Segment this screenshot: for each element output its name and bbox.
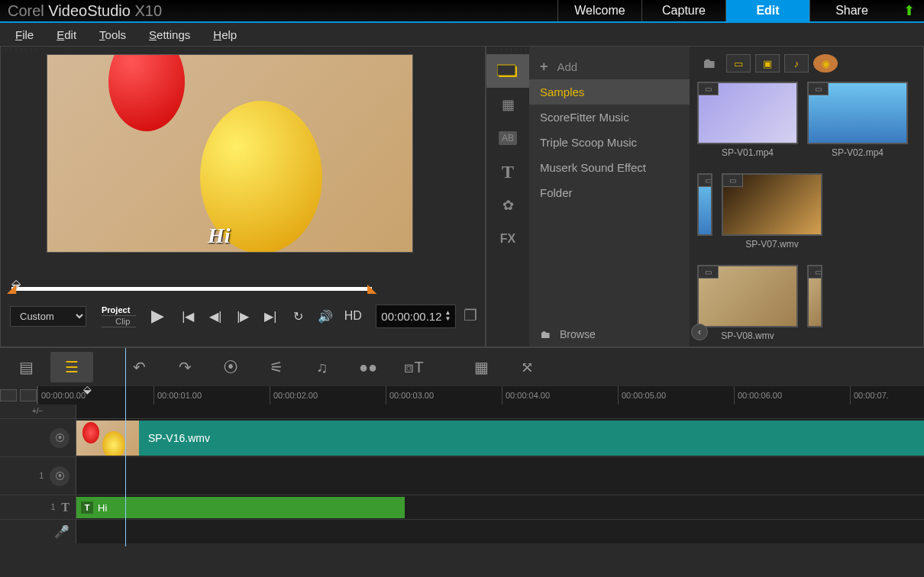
play-button[interactable]: ▶	[142, 304, 173, 328]
menu-tools[interactable]: Tools	[99, 28, 126, 41]
title-track: 1T T Hi	[0, 495, 924, 519]
timecode-field[interactable]: 00:00:00.12 ▲▼	[376, 305, 456, 328]
prev-frame-button[interactable]: ◀|	[203, 304, 228, 328]
volume-button[interactable]: 🔊	[313, 304, 338, 328]
tab-welcome[interactable]: Welcome	[557, 0, 641, 21]
video-badge-icon: ▭	[697, 173, 712, 187]
library-thumbnails: 🖿 ▭ ▣ ♪ ◉ ▭ SP-V01.mp4 ▭ SP-V02.mp4 ▭	[690, 47, 923, 347]
trim-end-icon[interactable]: ◣	[367, 281, 376, 295]
timeline-toolbar: ▤ ☰ ↶ ↷ ⦿ ⚟ ♫ ●● ⧈T ▦ ⤧	[0, 348, 924, 386]
audio-mixer-button[interactable]: ⚟	[255, 352, 298, 382]
library-categories: + Add Samples ScoreFitter Music Triple S…	[529, 47, 690, 347]
speed-button[interactable]: ⤧	[506, 352, 548, 382]
filter-other-icon[interactable]: ◉	[813, 54, 838, 73]
menu-help[interactable]: Help	[213, 28, 237, 41]
timeline-ruler[interactable]: ⬙ 00:00:00.00 00:00:01.00 00:00:02.00 00…	[37, 386, 924, 405]
category-muserk[interactable]: Muserk Sound Effect	[529, 155, 690, 180]
menu-edit[interactable]: Edit	[57, 28, 76, 41]
redo-button[interactable]: ↷	[163, 352, 206, 382]
folder-icon[interactable]: 🖿	[697, 54, 722, 73]
category-triplescoop[interactable]: Triple Scoop Music	[529, 130, 690, 155]
multi-view-button[interactable]: ▦	[460, 352, 502, 382]
transitions-icon[interactable]: ▦	[486, 88, 529, 121]
ruler-tick: 00:00:02.00	[270, 386, 386, 405]
category-folder[interactable]: Folder	[529, 180, 690, 205]
timecode-spinner[interactable]: ▲▼	[445, 310, 451, 322]
timeline-view-button[interactable]: ☰	[50, 352, 93, 382]
ab-icon[interactable]: AB	[486, 121, 529, 155]
preview-overlay-text: Hi	[208, 224, 231, 248]
voice-track: 🎤	[0, 519, 924, 543]
menu-bar: File Edit Tools Settings Help	[0, 23, 924, 46]
preview-controls: ⬙ ◢ ◣ Custom Project Clip ▶ |◀ ◀| |▶ ▶| …	[1, 263, 485, 347]
video-clip[interactable]: SP-V16.wmv	[76, 421, 924, 456]
motion-tracking-button[interactable]: ●●	[347, 352, 389, 382]
ruler-tick: 00:00:01.00	[153, 386, 270, 405]
tab-edit[interactable]: Edit	[725, 0, 809, 21]
browse-icon: 🖿	[540, 328, 551, 340]
thumb-item-partial[interactable]: ▭	[697, 173, 712, 256]
add-category-button[interactable]: + Add	[529, 54, 690, 79]
preview-video[interactable]: Hi	[47, 54, 413, 253]
subtitle-button[interactable]: ⧈T	[393, 352, 435, 382]
trim-start-icon[interactable]: ◢	[7, 281, 16, 295]
thumb-item-partial[interactable]: ▭	[807, 265, 822, 347]
ruler-tick: 00:00:00.00	[37, 386, 153, 405]
loop-button[interactable]: ↻	[286, 304, 310, 328]
balloon-red-graphic	[108, 54, 185, 131]
hd-button[interactable]: HD	[341, 304, 365, 328]
video-track-icon[interactable]: ⦿	[50, 428, 69, 448]
playhead-line[interactable]	[125, 348, 126, 546]
media-library-icon[interactable]	[486, 54, 529, 88]
ruler-tick: 00:00:06.00	[734, 386, 850, 405]
grip-icon[interactable]: : : : : : : :	[491, 47, 528, 54]
graphics-icon[interactable]: ✿	[486, 189, 529, 222]
title-track-icon[interactable]: T	[61, 501, 69, 514]
fx-icon[interactable]: FX	[486, 222, 529, 256]
scrub-bar[interactable]: ⬙ ◢ ◣	[11, 276, 372, 295]
plus-icon: +	[540, 59, 548, 75]
grip-icon[interactable]: : : : : : : :	[1, 47, 485, 54]
timeline-area: ▤ ☰ ↶ ↷ ⦿ ⚟ ♫ ●● ⧈T ▦ ⤧ ⬙ 00:00:00.00 00…	[0, 347, 924, 543]
overlay-track-icon[interactable]: ⦿	[50, 466, 69, 486]
thumb-item[interactable]: ▭ SP-V01.mp4	[697, 82, 798, 164]
title-icon[interactable]: T	[486, 155, 529, 189]
voice-track-icon[interactable]: 🎤	[54, 524, 69, 539]
menu-settings[interactable]: Settings	[149, 28, 190, 41]
preview-mode-select[interactable]: Custom	[10, 306, 86, 327]
thumb-item[interactable]: ▭ SP-V08.wmv	[697, 265, 798, 347]
video-badge-icon: ▭	[807, 82, 829, 95]
storyboard-view-button[interactable]: ▤	[5, 352, 47, 382]
overlay-track: 1⦿	[0, 456, 924, 495]
video-track: ⦿ SP-V16.wmv	[0, 418, 924, 456]
filter-audio-icon[interactable]: ♪	[784, 54, 809, 73]
auto-music-button[interactable]: ♫	[301, 352, 344, 382]
project-clip-toggle[interactable]: Project Clip	[102, 305, 136, 327]
filter-image-icon[interactable]: ▣	[755, 54, 780, 73]
category-samples[interactable]: Samples	[529, 79, 690, 105]
home-button[interactable]: |◀	[176, 304, 200, 328]
scroll-left-button[interactable]: ‹	[691, 324, 708, 340]
ruler-tick: 00:00:05.00	[618, 386, 734, 405]
thumb-item[interactable]: ▭ SP-V07.wmv	[722, 173, 822, 256]
mini-icon[interactable]	[0, 389, 17, 401]
undo-button[interactable]: ↶	[118, 352, 160, 382]
category-scorefitter[interactable]: ScoreFitter Music	[529, 105, 690, 130]
record-button[interactable]: ⦿	[209, 352, 252, 382]
mini-icon[interactable]	[20, 389, 37, 401]
tab-share[interactable]: Share	[809, 0, 893, 21]
menu-file[interactable]: File	[15, 28, 34, 41]
end-button[interactable]: ▶|	[258, 304, 283, 328]
zoom-controls[interactable]: +/−	[0, 405, 76, 418]
title-bar: Corel VideoStudio X10 Welcome Capture Ed…	[0, 0, 924, 23]
preview-pane: : : : : : : : Hi [ ] ✂ ❐ ⬙ ◢ ◣ Custom	[0, 46, 486, 347]
filter-video-icon[interactable]: ▭	[726, 54, 751, 73]
upload-icon[interactable]: ⬆	[893, 0, 924, 21]
next-frame-button[interactable]: |▶	[231, 304, 255, 328]
tab-capture[interactable]: Capture	[641, 0, 725, 21]
video-badge-icon: ▭	[807, 265, 822, 279]
track-header-tools[interactable]	[0, 386, 37, 405]
browse-button[interactable]: 🖿 Browse	[529, 322, 606, 347]
thumb-item[interactable]: ▭ SP-V02.mp4	[807, 82, 908, 164]
timeline-playhead-icon[interactable]: ⬙	[83, 383, 92, 395]
